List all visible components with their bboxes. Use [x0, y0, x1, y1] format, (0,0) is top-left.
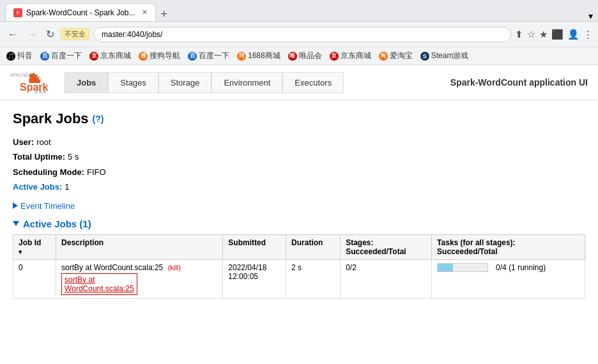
- nav-executors[interactable]: Executors: [282, 72, 344, 93]
- svg-text:2.4.4: 2.4.4: [34, 89, 46, 95]
- back-button[interactable]: ←: [5, 26, 20, 43]
- svg-text:APACHE: APACHE: [10, 73, 29, 77]
- triangle-down-icon: [13, 221, 19, 226]
- spark-logo: APACHE Spark 2.4.4: [10, 70, 52, 95]
- uptime-label: Total Uptime:: [13, 149, 65, 164]
- app-title: Spark-WordCount application UI: [450, 77, 588, 87]
- bookmark-jd2[interactable]: 京 京东商城: [330, 50, 371, 61]
- share-icon[interactable]: ⬆: [515, 29, 523, 40]
- info-grid: User: root Total Uptime: 5 s Scheduling …: [13, 135, 585, 195]
- triangle-right-icon: [13, 202, 18, 209]
- spark-header: APACHE Spark 2.4.4 Jobs Stages Storage E…: [0, 65, 598, 100]
- bookmark-steam[interactable]: S Steam游戏: [420, 50, 469, 61]
- bookmark-jd1[interactable]: 京 京东商城: [89, 50, 131, 61]
- spark-content: Spark Jobs (?) User: root Total Uptime: …: [0, 100, 598, 309]
- dropdown-arrow[interactable]: ▾: [588, 11, 593, 21]
- user-label: User:: [13, 135, 34, 149]
- nav-jobs[interactable]: Jobs: [65, 72, 108, 93]
- col-job-id[interactable]: Job Id ▾: [13, 234, 56, 259]
- spark-logo-svg: APACHE Spark 2.4.4: [10, 70, 52, 95]
- cell-job-id: 0: [13, 259, 56, 298]
- progress-bar-container: [437, 263, 488, 272]
- jobs-table: Job Id ▾ Description Submitted Duration …: [13, 234, 585, 299]
- bookmarks-bar: 🎵 抖音 百 百度一下 京 京东商城 搜 搜狗导航 百 百度一下 阿 1688商…: [0, 47, 598, 65]
- kill-link[interactable]: (kill): [168, 264, 181, 271]
- bookmark-icon[interactable]: ☆: [527, 29, 535, 40]
- browser-tab-bar: S Spark-WordCount - Spark Job... ✕ + ▾: [0, 0, 598, 22]
- nav-bar: ← → ↻ 不安全 ⬆ ☆ ★ ⬛ 👤 ⋮: [0, 22, 598, 47]
- event-timeline-label: Event Timeline: [20, 201, 75, 211]
- uptime-row: Total Uptime: 5 s: [13, 149, 585, 164]
- security-badge: 不安全: [61, 28, 89, 40]
- col-tasks: Tasks (for all stages):Succeeded/Total: [432, 234, 585, 259]
- active-jobs-section: Active Jobs (1) Job Id ▾ Description Sub…: [13, 218, 585, 299]
- job-link[interactable]: sortBy atWordCount.scala:25: [65, 275, 134, 293]
- cell-submitted: 2022/04/1812:00:05: [223, 259, 286, 298]
- active-jobs-value: 1: [65, 179, 69, 194]
- tasks-text: 0/4 (1 running): [496, 263, 546, 272]
- table-header-row: Job Id ▾ Description Submitted Duration …: [13, 234, 585, 259]
- tab-title: Spark-WordCount - Spark Job...: [26, 8, 135, 17]
- event-timeline-toggle[interactable]: Event Timeline: [13, 201, 585, 211]
- bookmark-baidu2[interactable]: 百 百度一下: [188, 50, 229, 61]
- sort-icon[interactable]: ▾: [19, 248, 22, 255]
- active-jobs-section-label: Active Jobs (1): [23, 218, 91, 229]
- help-link[interactable]: (?): [93, 114, 104, 124]
- scheduling-value: FIFO: [87, 165, 106, 179]
- active-tab[interactable]: S Spark-WordCount - Spark Job... ✕: [5, 3, 156, 21]
- nav-environment[interactable]: Environment: [211, 72, 282, 93]
- forward-button[interactable]: →: [24, 26, 40, 43]
- nav-stages[interactable]: Stages: [108, 72, 158, 93]
- cell-stages: 0/2: [341, 259, 432, 298]
- active-jobs-header: Active Jobs (1): [13, 218, 585, 229]
- col-description: Description: [56, 234, 223, 259]
- profile-icon[interactable]: 👤: [567, 29, 579, 40]
- extensions-icon[interactable]: ★: [539, 29, 548, 40]
- spark-app: APACHE Spark 2.4.4 Jobs Stages Storage E…: [0, 65, 598, 321]
- cell-duration: 2 s: [286, 259, 341, 298]
- description-text: sortBy at WordCount.scala:25: [61, 263, 163, 272]
- new-tab-button[interactable]: +: [156, 8, 173, 21]
- tablet-icon[interactable]: ⬛: [551, 29, 564, 40]
- refresh-button[interactable]: ↻: [43, 26, 57, 43]
- user-row: User: root: [13, 135, 585, 149]
- cell-description: sortBy at WordCount.scala:25 (kill) sort…: [56, 259, 223, 298]
- bookmark-baidu1[interactable]: 百 百度一下: [40, 50, 82, 61]
- user-value: root: [36, 135, 50, 149]
- bookmark-sogou[interactable]: 搜 搜狗导航: [139, 50, 180, 61]
- nav-storage[interactable]: Storage: [158, 72, 212, 93]
- bookmark-1688[interactable]: 阿 1688商城: [237, 50, 280, 61]
- scheduling-label: Scheduling Mode:: [13, 165, 84, 179]
- table-row: 0 sortBy at WordCount.scala:25 (kill) so…: [13, 259, 585, 298]
- progress-bar-fill: [438, 264, 452, 271]
- cell-tasks: 0/4 (1 running): [432, 259, 585, 298]
- col-submitted: Submitted: [223, 234, 286, 259]
- tab-close-icon[interactable]: ✕: [142, 8, 148, 17]
- event-timeline: Event Timeline: [13, 201, 585, 211]
- uptime-value: 5 s: [68, 149, 79, 164]
- col-stages: Stages:Succeeded/Total: [341, 234, 432, 259]
- menu-icon[interactable]: ⋮: [583, 29, 593, 40]
- active-jobs-row: Active Jobs: 1: [13, 179, 585, 194]
- spark-nav: Jobs Stages Storage Environment Executor…: [65, 72, 344, 93]
- page-title: Spark Jobs (?): [13, 110, 585, 127]
- bookmark-taobao[interactable]: 淘 爱淘宝: [379, 50, 413, 61]
- job-link-box[interactable]: sortBy atWordCount.scala:25: [61, 273, 137, 295]
- tab-favicon: S: [13, 8, 22, 17]
- scheduling-row: Scheduling Mode: FIFO: [13, 165, 585, 179]
- bookmark-douyin[interactable]: 🎵 抖音: [6, 50, 33, 61]
- address-bar[interactable]: [93, 27, 511, 42]
- active-jobs-label: Active Jobs:: [13, 179, 62, 194]
- bookmark-vip[interactable]: 唯 唯品会: [288, 50, 322, 61]
- col-duration: Duration: [286, 234, 341, 259]
